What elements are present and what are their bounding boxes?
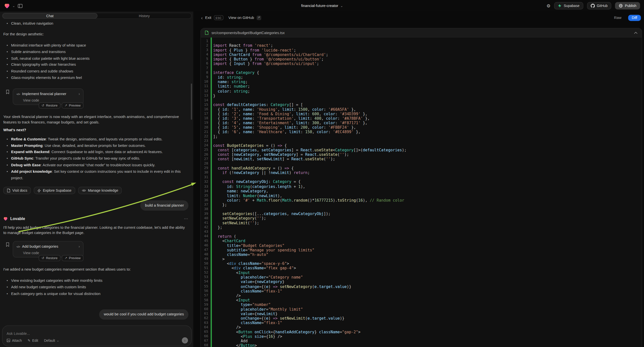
line-number: 9 (201, 75, 208, 80)
item-lead: Expand with Backend (11, 150, 50, 154)
item-lead: Add project knowledge (11, 169, 52, 174)
code-line: 56 className="flex-1" (201, 288, 642, 293)
supabase-icon (558, 4, 562, 8)
code-line-text: setNewCategory(''); (208, 216, 266, 220)
more-options-button[interactable]: ⋯ (184, 216, 188, 221)
code-line: 26 const [newCategory, setNewCategory] =… (201, 152, 642, 157)
supabase-button[interactable]: Supabase (554, 2, 583, 10)
code-line-text: const handleAddCategory = () => { (208, 166, 294, 170)
preview-button[interactable]: ↗Preview (62, 255, 84, 261)
project-selector[interactable]: financial-future-creator ⌄ (301, 4, 343, 8)
settings-gear-icon[interactable]: ⚙ (546, 3, 550, 8)
line-number: 21 (201, 130, 208, 134)
panel-toggle-button[interactable] (18, 4, 23, 8)
code-line: 55 onChange={(e) => setNewCategory(e.tar… (201, 284, 642, 288)
diff-button[interactable]: Diff (628, 15, 641, 21)
code-line-text: import { Input } from '@/components/ui/i… (208, 62, 319, 66)
line-number: 26 (201, 152, 208, 157)
explore-supabase-button[interactable]: Explore Supabase (34, 187, 75, 194)
lovable-logo-icon[interactable] (4, 3, 10, 8)
chat-input[interactable] (6, 332, 178, 336)
code-line-text: const BudgetCategories = () => { (208, 143, 287, 148)
chat-scrollbar[interactable] (191, 84, 192, 120)
file-header[interactable]: src/components/budget/BudgetCategories.t… (201, 28, 642, 37)
github-button[interactable]: GitHub (587, 2, 612, 10)
code-line: 15const defaultCategories: Category[] = … (201, 102, 642, 107)
composer: Attach ✎ Edit Default ⌄ ↑ (2, 325, 192, 346)
mode-selector[interactable]: Default ⌄ (44, 338, 59, 342)
attach-button[interactable]: Attach (6, 338, 22, 342)
logo-chevron-down-icon[interactable]: ⌄ (12, 4, 15, 8)
eye-icon (82, 189, 86, 192)
code-line: 61 value={newLimit} (201, 312, 642, 316)
assistant-paragraph: I'll help you add budget categories to t… (3, 225, 188, 236)
line-number: 31 (201, 175, 208, 180)
code-change-card-2[interactable]: </> Add budget categories › View code ↺R… (13, 241, 84, 258)
code-line-text: { id: '1', name: 'Housing', limit: 1500,… (208, 107, 356, 111)
code-change-card-1[interactable]: </> Implement financial planner › View c… (13, 88, 84, 105)
code-line: 21 { id: '6', name: 'Healthcare', limit:… (201, 130, 642, 134)
tab-history[interactable]: History (97, 13, 192, 18)
code-line-text: { id: '5', name: 'Shopping', limit: 200,… (208, 125, 356, 130)
line-number: 24 (201, 143, 208, 148)
edit-button[interactable]: ✎ Edit (28, 338, 38, 342)
mode-label: Default (44, 338, 55, 342)
collapse-chevron-up-icon[interactable] (634, 31, 638, 34)
restore-button[interactable]: ↺Restore (39, 255, 60, 261)
send-button[interactable]: ↑ (182, 337, 188, 344)
publish-button[interactable]: Publish (615, 2, 640, 10)
code-line: 27 const [newLimit, setNewLimit] = React… (201, 157, 642, 161)
code-line-text: color: string; (208, 88, 250, 93)
code-line: 20 { id: '5', name: 'Shopping', limit: 2… (201, 125, 642, 130)
code-line-text: onChange={(e) => setNewCategory(e.target… (208, 284, 351, 288)
line-number: 45 (201, 239, 208, 243)
list-item: Debug with Ease: Activate our experiment… (3, 162, 188, 168)
line-number: 22 (201, 134, 208, 139)
code-line: 30 if (!newCategory || !newLimit) return… (201, 170, 642, 175)
file-path: src/components/budget/BudgetCategories.t… (211, 30, 284, 35)
chevron-down-icon: ⌄ (340, 4, 343, 8)
exit-button[interactable]: ‹ Exit ESC (201, 15, 224, 20)
line-number: 59 (201, 302, 208, 307)
restore-button[interactable]: ↺Restore (39, 102, 60, 108)
line-number: 8 (201, 70, 208, 75)
bookmark-icon[interactable] (6, 90, 10, 96)
manage-knowledge-button[interactable]: Manage knowledge (78, 187, 122, 194)
code-line: 8interface Category { (201, 70, 642, 75)
line-number: 14 (201, 98, 208, 102)
code-line: 1 (201, 38, 642, 43)
code-line: 58 <Input (201, 298, 642, 302)
code-line-text: /> (208, 293, 241, 298)
card-title: Implement financial planner (22, 91, 66, 96)
preview-button[interactable]: ↗Preview (62, 102, 84, 108)
code-line-text: value={newCategory} (208, 280, 284, 284)
tab-chat[interactable]: Chat (2, 13, 97, 18)
line-number: 4 (201, 52, 208, 57)
code-line: 17 { id: '2', name: 'Food & Dining', lim… (201, 111, 642, 116)
chat-scroll-area[interactable]: Clean, intuitive navigation For the desi… (0, 20, 194, 324)
code-line-text: title="Budget Categories" (208, 243, 284, 248)
list-item: Subtle animations and transitions (3, 49, 188, 55)
external-link-icon: ↗ (257, 16, 261, 20)
raw-button[interactable]: Raw (612, 15, 624, 20)
code-icon: </> (16, 91, 20, 96)
view-on-github-button[interactable]: View on GitHub ↗ (228, 16, 261, 20)
code-line: 67 Add (201, 338, 642, 343)
line-number: 57 (201, 293, 208, 298)
code-line: 13} (201, 93, 642, 98)
visit-docs-button[interactable]: Visit docs (3, 187, 31, 194)
code-line: 59 type="number" (201, 302, 642, 307)
line-number: 66 (201, 334, 208, 338)
restore-icon: ↺ (42, 256, 44, 260)
preview-icon: ↗ (64, 256, 67, 260)
list-item: Add project knowledge: Set key context o… (3, 168, 188, 182)
bookmark-icon[interactable] (6, 242, 10, 249)
line-number: 40 (201, 216, 208, 220)
code-line-text: import { Button } from '@/components/ui/… (208, 57, 324, 61)
code-line: 12 color: string; (201, 88, 642, 93)
quick-actions-row: Visit docs Explore Supabase Manage knowl… (3, 187, 188, 194)
line-number: 6 (201, 62, 208, 66)
code-editor[interactable]: 12import React from 'react';3import { Pl… (201, 37, 642, 347)
code-line-text: import { Plus } from 'lucide-react'; (208, 48, 296, 52)
item-lead: GitHub Sync (11, 156, 33, 160)
